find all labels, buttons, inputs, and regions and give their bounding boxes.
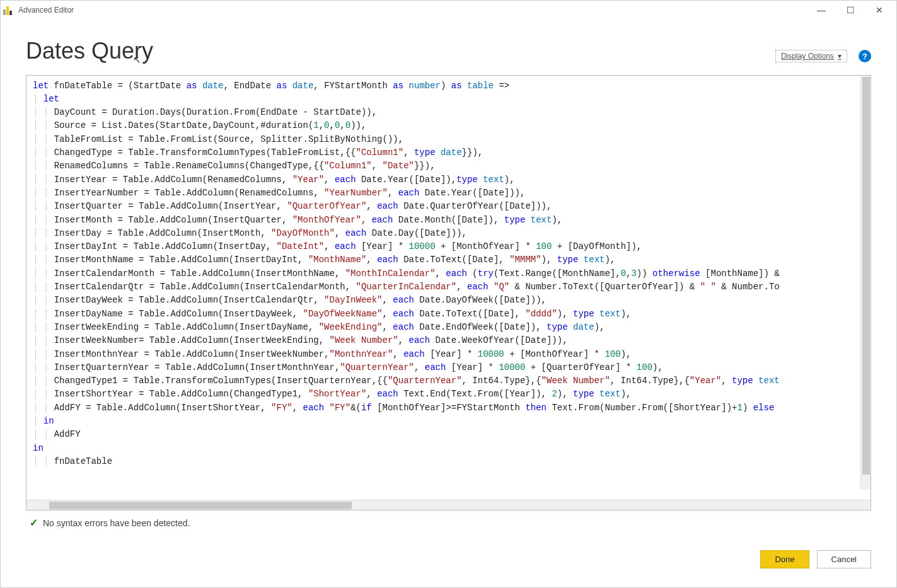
powerbi-icon [3, 5, 13, 15]
display-options-label: Display Options [781, 52, 834, 61]
mouse-cursor-icon: ↖ [133, 55, 141, 66]
advanced-editor-window: Advanced Editor — ☐ ✕ Dates Query ↖ Disp… [0, 0, 897, 588]
page-title: Dates Query ↖ [26, 38, 153, 64]
code-area[interactable]: let fnDateTable = (StartDate as date, En… [26, 76, 871, 500]
help-icon-glyph: ? [862, 52, 867, 61]
header-right: Display Options ▾ ? [775, 38, 871, 62]
check-icon: ✓ [30, 517, 38, 529]
dialog-footer: Done Cancel [1, 539, 896, 587]
header-row: Dates Query ↖ Display Options ▾ ? [26, 38, 871, 64]
vertical-scrollbar[interactable] [860, 76, 871, 490]
display-options-dropdown[interactable]: Display Options ▾ [775, 50, 847, 62]
window-titlebar: Advanced Editor — ☐ ✕ [1, 1, 896, 20]
editor-content: Dates Query ↖ Display Options ▾ ? let fn… [1, 20, 896, 539]
help-icon[interactable]: ? [859, 50, 871, 62]
cancel-button[interactable]: Cancel [817, 550, 871, 568]
maximize-button[interactable]: ☐ [836, 1, 865, 20]
minimize-button[interactable]: — [807, 1, 836, 20]
vertical-scroll-thumb[interactable] [862, 77, 870, 475]
code-text[interactable]: let fnDateTable = (StartDate as date, En… [26, 76, 871, 473]
syntax-status: ✓ No syntax errors have been detected. [26, 510, 871, 533]
horizontal-scroll-thumb[interactable] [49, 502, 352, 509]
window-title: Advanced Editor [18, 6, 74, 14]
close-button[interactable]: ✕ [865, 1, 894, 20]
horizontal-scrollbar[interactable] [26, 500, 871, 510]
done-button[interactable]: Done [760, 550, 809, 568]
chevron-down-icon: ▾ [838, 52, 842, 61]
syntax-status-text: No syntax errors have been detected. [43, 518, 190, 528]
code-editor[interactable]: let fnDateTable = (StartDate as date, En… [26, 75, 871, 510]
